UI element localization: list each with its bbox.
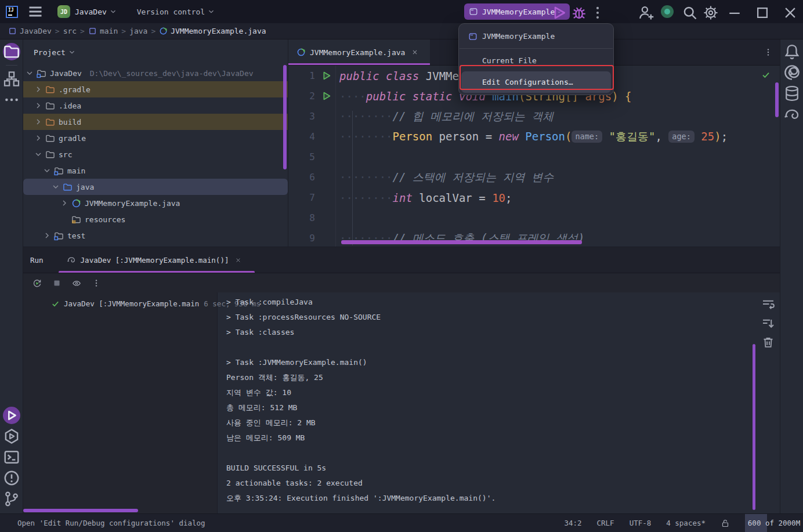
tree-item[interactable]: java — [23, 179, 288, 195]
problems-tool-button[interactable] — [3, 469, 20, 487]
run-more-options-button[interactable] — [89, 276, 103, 290]
editor-tab[interactable]: JVMMemoryExample.java — [288, 39, 430, 65]
chevron-down-icon[interactable] — [51, 182, 60, 191]
console-vertical-scrollbar[interactable] — [753, 344, 755, 510]
folder-module-icon — [54, 166, 64, 176]
line-number: 3 — [288, 111, 315, 122]
clear-console-button[interactable] — [761, 335, 775, 349]
ai-assistant-icon — [783, 64, 801, 81]
tree-item[interactable]: main — [23, 162, 288, 179]
tree-item-label: resources — [85, 215, 125, 224]
code-with-me-button[interactable] — [638, 5, 654, 21]
run-tree-item[interactable]: JavaDev [:JVMMemoryExample.main 6 sec, 9… — [51, 299, 217, 308]
tree-item[interactable]: gradle — [23, 130, 288, 146]
breadcrumb-item[interactable]: JavaDev — [8, 27, 52, 35]
services-tool-button[interactable] — [3, 428, 20, 445]
project-widget[interactable]: JavaDev — [75, 8, 107, 16]
dropdown-item[interactable]: Edit Configurations… — [461, 71, 611, 93]
database-tool-button[interactable] — [783, 85, 801, 102]
project-tree: JavaDevD:\Dev\_sources_dev\java-dev\Java… — [23, 65, 288, 244]
tree-item[interactable]: test — [23, 227, 288, 244]
console-line: BUILD SUCCESSFUL in 5s — [226, 461, 752, 476]
bell-icon — [783, 43, 801, 60]
console-line — [226, 340, 752, 355]
lock-icon[interactable] — [721, 519, 730, 528]
tree-item[interactable]: .gradle — [23, 81, 288, 97]
minimize-button[interactable] — [726, 5, 743, 21]
soft-wrap-button[interactable] — [761, 297, 775, 311]
chevron-right-icon[interactable] — [42, 231, 52, 240]
scroll-to-end-button[interactable] — [761, 316, 775, 330]
tree-item[interactable]: JVMMemoryExample.java — [23, 195, 288, 211]
tree-item[interactable]: src — [23, 146, 288, 162]
test-history-button[interactable] — [70, 276, 84, 290]
project-tool-button[interactable] — [3, 43, 20, 60]
memory-indicator[interactable]: 600 of 2000M — [745, 514, 803, 532]
tree-item[interactable]: build — [23, 114, 288, 130]
user-avatar[interactable] — [661, 5, 674, 18]
structure-tool-button[interactable] — [3, 70, 20, 88]
more-actions-button[interactable] — [589, 5, 606, 21]
run-tool-button[interactable] — [3, 407, 20, 424]
caret-position-widget[interactable]: 34:2 — [564, 519, 581, 527]
dropdown-item[interactable]: JVMMemoryExample — [459, 26, 613, 47]
dropdown-item[interactable]: Current File — [459, 50, 613, 71]
indent-guide — [352, 111, 353, 245]
code-line: 6········// 스택에 저장되는 지역 변수 — [288, 167, 780, 187]
tree-item[interactable]: JavaDevD:\Dev\_sources_dev\java-dev\Java… — [23, 65, 288, 81]
chevron-right-icon[interactable] — [60, 215, 69, 224]
chevron-right-icon[interactable] — [60, 198, 69, 208]
vcs-tool-button[interactable] — [3, 490, 20, 508]
chevron-down-icon[interactable] — [42, 166, 52, 175]
tree-item[interactable]: .idea — [23, 97, 288, 114]
chevron-right-icon[interactable] — [34, 85, 43, 94]
chevron-down-icon — [207, 8, 215, 16]
chevron-down-icon[interactable] — [34, 150, 43, 159]
main-menu-button[interactable] — [27, 3, 44, 20]
vcs-widget[interactable]: Version control — [137, 8, 205, 16]
maximize-button[interactable] — [754, 5, 771, 21]
app-window-icon — [468, 32, 478, 41]
terminal-tool-button[interactable] — [3, 448, 20, 466]
run-button[interactable] — [551, 5, 567, 21]
eye-icon — [72, 278, 81, 288]
chevron-down-icon[interactable] — [25, 68, 34, 78]
line-number: 7 — [288, 192, 315, 203]
run-tree-horizontal-scrollbar[interactable] — [23, 509, 138, 512]
breadcrumb-item[interactable]: java — [129, 27, 147, 35]
encoding-widget[interactable]: UTF-8 — [630, 519, 652, 527]
more-tools-button[interactable] — [3, 91, 20, 108]
breadcrumb-label: src — [63, 27, 77, 35]
line-ending-widget[interactable]: CRLF — [597, 519, 614, 527]
notifications-button[interactable] — [783, 43, 801, 60]
ai-assistant-button[interactable] — [783, 64, 801, 81]
project-tree-scrollbar[interactable] — [283, 65, 287, 169]
chevron-right-icon[interactable] — [34, 117, 43, 126]
search-everywhere-button[interactable] — [682, 5, 698, 21]
close-button[interactable] — [782, 5, 798, 21]
indent-widget[interactable]: 4 spaces* — [666, 519, 706, 527]
close-tab-icon[interactable] — [234, 256, 242, 264]
console-output[interactable]: > Task :compileJava> Task :processResour… — [218, 292, 752, 513]
rerun-button[interactable] — [30, 276, 44, 290]
tree-item[interactable]: resources — [23, 211, 288, 227]
chevron-right-icon[interactable] — [34, 133, 43, 143]
project-panel-header[interactable]: Project — [23, 39, 288, 65]
close-tab-icon[interactable] — [411, 48, 419, 56]
run-tab[interactable]: JavaDev [:JVMMemoryExample.main()] — [59, 247, 255, 273]
gradle-tool-button[interactable] — [783, 106, 801, 123]
stop-button[interactable] — [50, 276, 64, 290]
breadcrumb-item[interactable]: main — [88, 27, 118, 35]
tree-item-label: .gradle — [59, 85, 91, 94]
tab-options-icon[interactable] — [764, 48, 773, 57]
breadcrumb-item[interactable]: src — [63, 27, 77, 35]
debug-button[interactable] — [571, 5, 587, 21]
breadcrumb-item[interactable]: JVMMemoryExample.java — [159, 27, 266, 35]
editor-vertical-scrollbar[interactable] — [775, 82, 779, 117]
module-icon — [88, 27, 97, 35]
chevron-right-icon[interactable] — [34, 101, 43, 110]
code-text: ········// 힙 메모리에 저장되는 객체 — [339, 109, 554, 124]
console-line: 지역 변수 값: 10 — [226, 385, 752, 400]
settings-button[interactable] — [703, 5, 719, 21]
editor-horizontal-scrollbar[interactable] — [341, 240, 582, 244]
